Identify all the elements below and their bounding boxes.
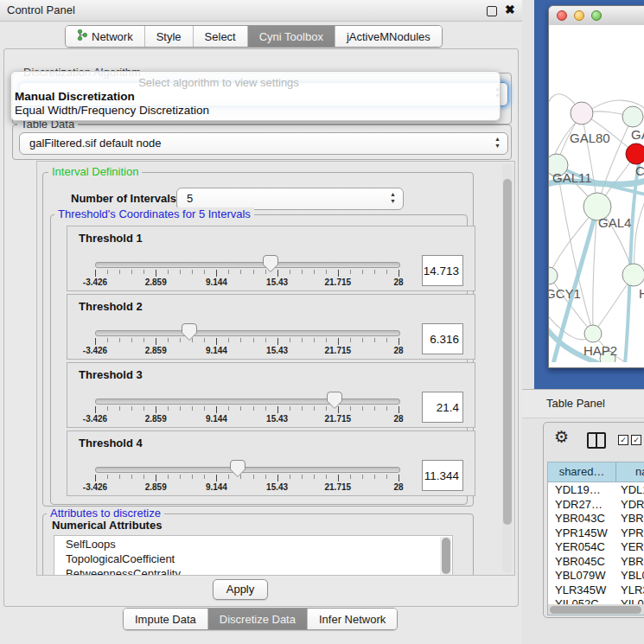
table-cell-name[interactable]: YBR0 <box>621 511 644 526</box>
table-cell-shared-name[interactable]: YDR27… <box>555 497 615 512</box>
tab-discretize-data[interactable]: Discretize Data <box>208 609 308 629</box>
attributes-scrollbar[interactable] <box>440 537 451 575</box>
slider-tick <box>374 338 375 342</box>
slider-thumb[interactable] <box>229 459 246 478</box>
slider-tick <box>131 270 132 274</box>
tab-jactivemnodules[interactable]: jActiveMNodules <box>335 26 442 47</box>
slider-tick <box>156 338 156 345</box>
slider-tick-label: -3.426 <box>69 277 121 287</box>
node-top-right[interactable] <box>622 106 643 127</box>
table-cell-shared-name[interactable]: YBL079W <box>555 568 615 583</box>
table-cell-name[interactable]: YER0 <box>621 539 644 554</box>
dropdown-option-equal-width[interactable]: Equal Width/Frequency Discretization <box>14 104 494 117</box>
threshold-value-field[interactable]: 11.344 <box>422 460 463 491</box>
checkbox-icon[interactable]: ✓ <box>631 435 641 445</box>
slider-tick <box>216 475 217 481</box>
slider-tick <box>216 406 217 413</box>
network-view-frame: GAL80GACGAL11GAL4GCY1HHAP2 <box>548 5 644 368</box>
slider-tick <box>399 270 399 277</box>
table-data-combobox[interactable]: galFiltered.sif default node ▲▼ <box>19 132 508 155</box>
split-columns-icon[interactable] <box>587 432 606 449</box>
slider-tick <box>265 406 266 411</box>
node-gcy1[interactable] <box>549 267 558 284</box>
scrollbar-thumb[interactable] <box>550 606 641 614</box>
tab-cyni-toolbox[interactable]: Cyni Toolbox <box>248 26 335 47</box>
slider-tick <box>131 338 132 342</box>
table-cell-shared-name[interactable]: YPR145W <box>555 526 615 540</box>
scrollbar-thumb[interactable] <box>503 179 512 525</box>
slider-tick-label: 9.144 <box>190 414 242 424</box>
slider-tick <box>277 475 278 481</box>
tab-infer-network[interactable]: Infer Network <box>308 609 397 629</box>
settings-scrollbar[interactable] <box>502 163 513 573</box>
table-panel-title: Table Panel <box>546 397 605 410</box>
threshold-value-field[interactable]: 6.316 <box>422 323 463 354</box>
table-cell-name[interactable]: YDL1 <box>621 482 644 497</box>
attribute-list-item[interactable]: SelfLoops <box>66 537 116 552</box>
slider-tick <box>119 475 120 479</box>
dropdown-option-manual[interactable]: Manual Discretization <box>14 90 494 103</box>
combobox-value: 5 <box>187 188 193 208</box>
minimize-traffic-light-icon[interactable] <box>574 10 584 21</box>
tab-impute-data[interactable]: Impute Data <box>124 609 208 629</box>
checkbox-icon[interactable]: ✓ <box>618 435 628 445</box>
table-cell-name[interactable]: YLR3 <box>621 583 644 597</box>
slider-tick-label: -3.426 <box>69 482 121 492</box>
slider-tick-label: -3.426 <box>69 346 121 355</box>
slider-tick <box>119 406 120 411</box>
slider-tick <box>374 406 375 411</box>
node-hap2[interactable] <box>584 325 602 342</box>
node-red-selected[interactable] <box>626 143 644 164</box>
column-header-name[interactable]: na <box>616 462 644 482</box>
group-title: Attributes to discretize <box>47 507 164 520</box>
apply-button[interactable]: Apply <box>213 579 268 600</box>
table-cell-name[interactable]: YBL0 <box>621 568 644 583</box>
node-attribute-table[interactable]: shared… na YDL19…YDL1YDR27…YDR2YBR043CYB… <box>547 462 644 615</box>
settings-scroll-viewport: Interval Definition Number of Intervals … <box>36 161 515 576</box>
network-frame-titlebar[interactable] <box>549 6 644 26</box>
table-cell-shared-name[interactable]: YLR345W <box>555 583 615 597</box>
tab-select[interactable]: Select <box>194 26 248 47</box>
table-cell-name[interactable]: YBR0 <box>621 554 644 569</box>
node-label: GAL4 <box>598 215 631 230</box>
close-traffic-light-icon[interactable] <box>557 10 567 21</box>
slider-tick-label: 21.715 <box>312 482 364 492</box>
table-hscrollbar[interactable] <box>548 604 644 615</box>
gear-icon[interactable]: ⚙ <box>554 429 569 446</box>
network-icon <box>77 29 87 43</box>
node-right[interactable] <box>622 264 644 286</box>
column-header-shared-name[interactable]: shared… <box>548 462 616 482</box>
numerical-attributes-list[interactable]: SelfLoopsTopologicalCoefficientBetweenne… <box>54 535 453 576</box>
slider-track[interactable] <box>95 399 400 405</box>
table-cell-name[interactable]: YDR2 <box>621 497 644 512</box>
table-cell-shared-name[interactable]: YBR045C <box>555 554 615 569</box>
node-gal80[interactable] <box>571 102 593 124</box>
slider-tick <box>156 270 156 277</box>
slider-thumb[interactable] <box>181 322 198 341</box>
slider-tick <box>290 270 290 274</box>
tab-style[interactable]: Style <box>145 26 194 47</box>
threshold-value-field[interactable]: 21.4 <box>422 392 463 423</box>
slider-thumb[interactable] <box>262 254 279 273</box>
scrollbar-thumb[interactable] <box>442 538 450 574</box>
attribute-list-item[interactable]: TopologicalCoefficient <box>66 552 175 566</box>
table-cell-shared-name[interactable]: YER054C <box>555 539 615 554</box>
slider-tick <box>386 270 387 274</box>
float-window-icon[interactable] <box>487 6 497 16</box>
threshold-value-field[interactable]: 14.713 <box>422 255 463 286</box>
zoom-traffic-light-icon[interactable] <box>591 10 602 21</box>
attribute-list-item[interactable]: BetweennessCentrality <box>66 566 181 576</box>
slider-tick <box>350 475 351 479</box>
table-cell-shared-name[interactable]: YDL19… <box>555 482 615 497</box>
table-cell-shared-name[interactable]: YBR043C <box>555 511 615 526</box>
slider-track[interactable] <box>95 330 400 336</box>
slider-track[interactable] <box>95 467 400 473</box>
table-cell-name[interactable]: YPR1 <box>621 526 644 540</box>
close-icon[interactable]: ✖ <box>505 3 515 16</box>
tab-label: Cyni Toolbox <box>259 30 323 43</box>
slider-tick-label: 21.715 <box>312 277 364 287</box>
slider-thumb[interactable] <box>326 391 343 410</box>
slider-track[interactable] <box>95 262 400 268</box>
tab-network[interactable]: Network <box>66 26 145 47</box>
network-canvas[interactable]: GAL80GACGAL11GAL4GCY1HHAP2 <box>549 25 644 362</box>
